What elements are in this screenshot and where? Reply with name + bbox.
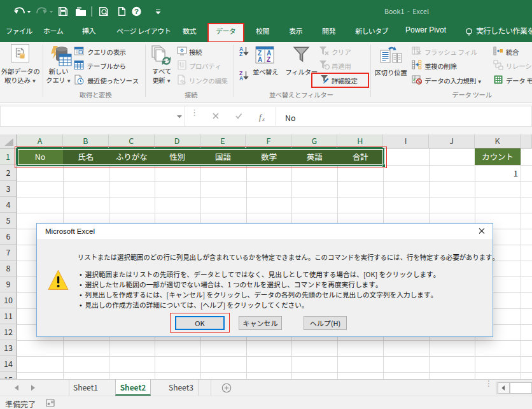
svg-text:?: ? (134, 8, 139, 15)
svg-text:Z: Z (239, 51, 242, 57)
svg-text:A: A (239, 75, 243, 81)
svg-text:x: x (262, 116, 265, 122)
svg-text:Z: Z (267, 56, 270, 63)
svg-text:A: A (258, 56, 262, 63)
